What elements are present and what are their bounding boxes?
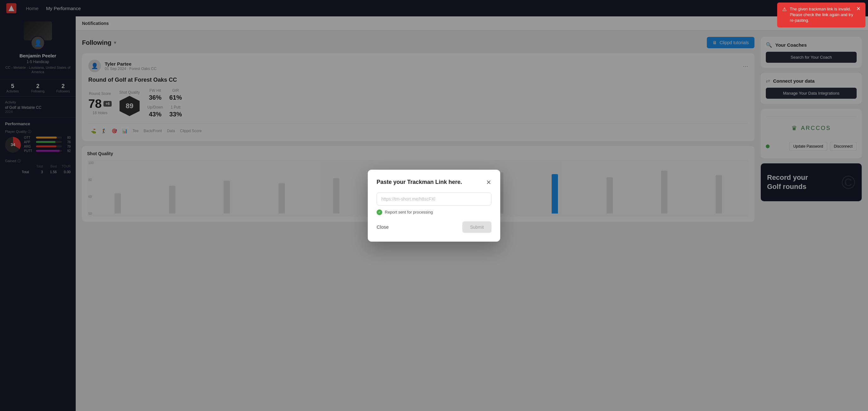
modal-header: Paste your Trackman Link here. ✕ (377, 179, 491, 186)
error-toast-text: The given trackman link is invalid. Plea… (790, 6, 853, 24)
modal-close-button[interactable]: Close (377, 224, 389, 230)
success-icon: ✓ (377, 210, 382, 215)
trackman-link-input[interactable] (377, 192, 491, 205)
modal-success-message: ✓ Report sent for processing (377, 210, 491, 215)
trackman-modal: Paste your Trackman Link here. ✕ ✓ Repor… (368, 170, 500, 242)
error-toast-close[interactable]: ✕ (856, 6, 861, 12)
modal-submit-button[interactable]: Submit (462, 221, 491, 233)
error-toast: ⚠ The given trackman link is invalid. Pl… (777, 2, 866, 27)
modal-close-x-button[interactable]: ✕ (486, 179, 491, 186)
modal-title: Paste your Trackman Link here. (377, 179, 462, 186)
modal-overlay[interactable]: Paste your Trackman Link here. ✕ ✓ Repor… (0, 0, 868, 411)
modal-footer: Close Submit (377, 221, 491, 233)
